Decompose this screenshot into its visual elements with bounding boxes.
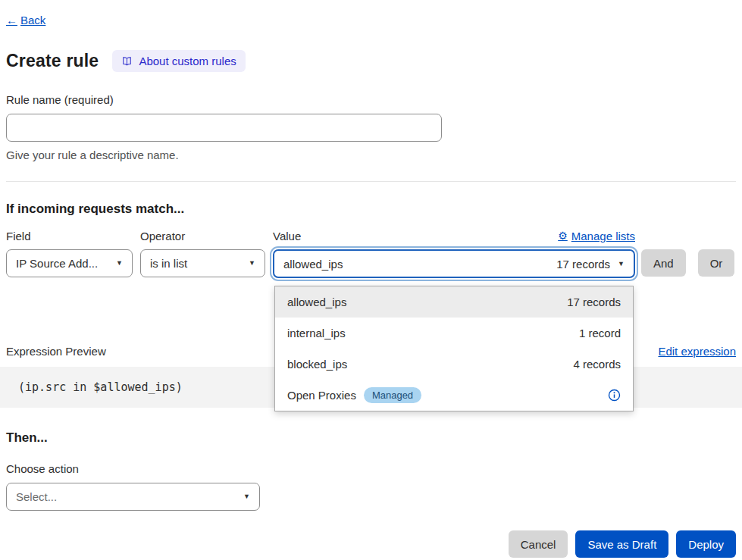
field-select-value: IP Source Add... — [16, 257, 98, 270]
info-icon[interactable] — [608, 389, 621, 402]
option-name: blocked_ips — [287, 358, 347, 371]
managed-badge: Managed — [364, 387, 421, 403]
create-rule-page: ←Back Create rule About custom rules Rul… — [0, 0, 742, 558]
about-custom-rules-label: About custom rules — [139, 55, 236, 67]
back-link[interactable]: ←Back — [6, 14, 45, 27]
dropdown-option-internal-ips[interactable]: internal_ips 1 record — [275, 318, 633, 349]
cancel-button[interactable]: Cancel — [509, 530, 568, 558]
field-column: Field IP Source Add... ▼ — [6, 229, 133, 277]
option-records-count: 1 record — [579, 327, 621, 339]
edit-expression-link[interactable]: Edit expression — [658, 345, 736, 358]
section-divider — [6, 181, 736, 182]
operator-select-value: is in list — [150, 257, 187, 270]
value-dropdown-menu: allowed_ips 17 records internal_ips 1 re… — [274, 286, 634, 411]
gear-icon: ⚙ — [558, 230, 568, 242]
value-select-value: allowed_ips — [283, 258, 343, 271]
dropdown-option-allowed-ips[interactable]: allowed_ips 17 records — [275, 286, 633, 318]
rule-name-label: Rule name (required) — [6, 93, 736, 106]
operator-label: Operator — [140, 230, 185, 242]
option-name: allowed_ips — [287, 296, 346, 308]
save-as-draft-button[interactable]: Save as Draft — [575, 530, 668, 558]
value-label: Value — [273, 230, 301, 242]
option-name: internal_ips — [287, 327, 346, 339]
option-name: Open Proxies — [287, 389, 356, 402]
chevron-down-icon: ▼ — [618, 261, 625, 267]
field-select[interactable]: IP Source Add... ▼ — [6, 249, 133, 277]
page-title: Create rule — [6, 51, 99, 71]
manage-lists-link[interactable]: ⚙ Manage lists — [558, 230, 635, 242]
operator-column: Operator is in list ▼ — [140, 229, 265, 277]
expression-code: (ip.src in $allowed_ips) — [18, 380, 183, 394]
value-select-records: 17 records — [556, 258, 610, 271]
value-select-wrapper: allowed_ips 17 records ▼ allowed_ips 17 … — [273, 249, 635, 278]
expression-preview-label: Expression Preview — [6, 345, 106, 358]
back-label: Back — [20, 14, 45, 27]
dropdown-option-open-proxies[interactable]: Open Proxies Managed — [275, 380, 633, 411]
chevron-down-icon: ▼ — [249, 260, 255, 267]
deploy-button[interactable]: Deploy — [676, 530, 736, 558]
rule-name-helper-text: Give your rule a descriptive name. — [6, 149, 736, 161]
field-label: Field — [6, 230, 31, 242]
value-select[interactable]: allowed_ips 17 records ▼ — [273, 249, 635, 278]
book-icon — [121, 56, 133, 67]
action-select[interactable]: Select... ▼ — [6, 483, 260, 511]
dropdown-option-blocked-ips[interactable]: blocked_ips 4 records — [275, 349, 633, 380]
value-column: Value ⚙ Manage lists allowed_ips 17 reco… — [273, 229, 635, 278]
rule-name-input[interactable] — [6, 114, 442, 142]
operator-select[interactable]: is in list ▼ — [140, 249, 265, 277]
option-records-count: 17 records — [567, 296, 621, 308]
choose-action-label: Choose action — [6, 462, 736, 475]
footer-actions: Cancel Save as Draft Deploy — [6, 530, 736, 558]
option-records-count: 4 records — [573, 358, 621, 371]
action-select-placeholder: Select... — [16, 490, 57, 503]
manage-lists-label: Manage lists — [571, 230, 635, 242]
about-custom-rules-link[interactable]: About custom rules — [112, 50, 245, 72]
title-row: Create rule About custom rules — [6, 50, 736, 72]
chevron-down-icon: ▼ — [116, 260, 123, 267]
chevron-down-icon: ▼ — [243, 493, 250, 500]
back-arrow-icon: ← — [6, 14, 17, 27]
match-controls-row: Field IP Source Add... ▼ Operator is in … — [6, 229, 736, 278]
match-section-heading: If incoming requests match... — [6, 202, 736, 217]
then-section-heading: Then... — [6, 430, 736, 446]
and-button[interactable]: And — [641, 249, 686, 277]
and-or-buttons: And Or — [641, 249, 734, 277]
or-button[interactable]: Or — [698, 249, 735, 277]
